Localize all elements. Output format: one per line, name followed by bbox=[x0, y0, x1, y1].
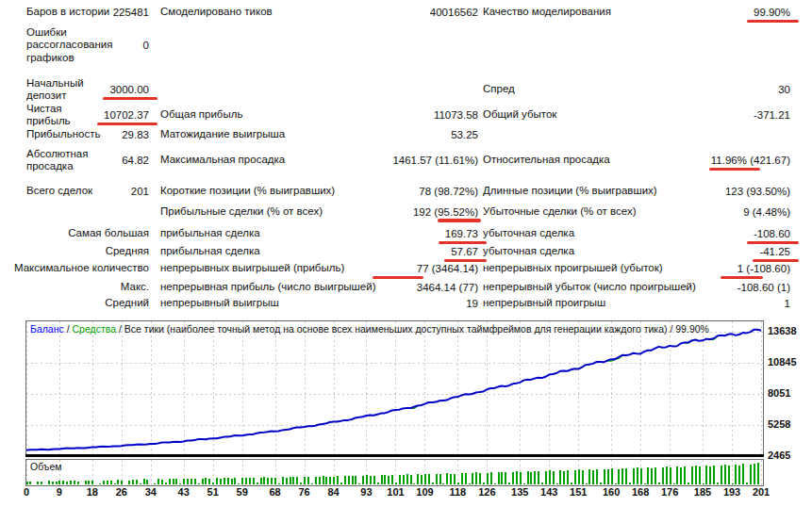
volume-bar bbox=[439, 474, 441, 484]
stat-value: 11.96% (421.67) bbox=[711, 155, 790, 166]
volume-bar bbox=[234, 478, 236, 484]
x-axis-tick-label: 118 bbox=[449, 486, 466, 498]
volume-bar bbox=[358, 483, 360, 484]
stats-row: Ошибки рассогласования графиков0 bbox=[0, 25, 812, 65]
volume-bar bbox=[600, 482, 602, 484]
x-axis-tick-label: 176 bbox=[661, 486, 678, 498]
stat-value: 11073.58 bbox=[434, 109, 478, 121]
volume-bar bbox=[52, 482, 54, 484]
x-axis-tick-label: 160 bbox=[603, 486, 620, 498]
stat-label: Баров в истории bbox=[26, 6, 109, 19]
volume-bar bbox=[508, 482, 510, 484]
volume-bar bbox=[290, 477, 291, 484]
volume-bar bbox=[191, 479, 192, 484]
volume-bar bbox=[257, 482, 258, 484]
volume-bar bbox=[516, 471, 518, 484]
volume-bar bbox=[26, 482, 28, 484]
red-underline-annotation bbox=[438, 219, 481, 222]
stat-label: Ошибки рассогласования графиков bbox=[26, 26, 124, 65]
stat-cell: непрерывный проигрыш1 bbox=[483, 294, 790, 313]
stat-label: Общая прибыль bbox=[160, 108, 242, 122]
volume-bar bbox=[655, 467, 656, 484]
stat-label: Прибыльные сделки (% от всех) bbox=[160, 205, 323, 219]
volume-bar bbox=[274, 478, 276, 484]
stats-table: Баров в истории225481Смоделировано тиков… bbox=[0, 0, 812, 320]
volume-bar bbox=[121, 481, 123, 484]
x-axis-tick-label: 18 bbox=[87, 486, 98, 498]
volume-bar bbox=[362, 476, 364, 484]
legend-quality: 99.90% bbox=[675, 323, 709, 335]
volume-bar bbox=[56, 482, 58, 484]
volume-bar bbox=[74, 481, 75, 484]
volume-bar bbox=[329, 477, 331, 484]
volume-bar bbox=[487, 473, 489, 484]
stats-row: Всего сделок201Короткие позиции (% выигр… bbox=[0, 181, 812, 201]
volume-bar bbox=[333, 477, 335, 484]
volume-bar bbox=[578, 469, 580, 484]
stat-label: Матожидание выигрыша bbox=[160, 128, 285, 141]
volume-bar bbox=[352, 476, 354, 484]
stat-cell: Прибыльность29.83 bbox=[26, 125, 149, 144]
stat-label: убыточная сделка bbox=[483, 227, 574, 240]
volume-bar bbox=[325, 477, 327, 484]
volume-bar bbox=[424, 474, 426, 484]
stat-cell: непрерывный выигрыш19 bbox=[160, 294, 478, 313]
volume-bar bbox=[319, 477, 321, 484]
volume-bar bbox=[670, 467, 671, 484]
stat-cell: Общая прибыль11073.58 bbox=[160, 106, 478, 124]
legend-description: Все тики (наиболее точный метод на основ… bbox=[124, 323, 668, 335]
volume-bar bbox=[110, 481, 112, 484]
volume-bar bbox=[574, 470, 576, 484]
stat-label: непрерывный выигрыш bbox=[160, 297, 279, 310]
x-axis-tick-label: 68 bbox=[269, 486, 280, 498]
stat-label: Максимальное количество bbox=[14, 262, 149, 275]
volume-bar bbox=[165, 482, 167, 484]
stat-value: 53.25 bbox=[451, 129, 478, 140]
volume-bar bbox=[647, 467, 649, 484]
volume-bar bbox=[315, 477, 317, 484]
volume-bar bbox=[479, 473, 481, 484]
chart-bottom-axis-line bbox=[25, 454, 764, 457]
volume-bar bbox=[596, 469, 598, 484]
x-axis-tick-label: 76 bbox=[298, 486, 309, 498]
volume-bar bbox=[227, 478, 229, 484]
stat-cell: Ошибки рассогласования графиков0 bbox=[26, 25, 149, 65]
volume-bar bbox=[618, 469, 620, 484]
stat-cell: Всего сделок201 bbox=[26, 181, 149, 201]
x-axis-tick-label: 51 bbox=[207, 486, 219, 498]
stat-value: 30 bbox=[778, 84, 790, 95]
volume-bar bbox=[637, 467, 638, 484]
volume-bar bbox=[140, 483, 141, 484]
y-axis-tick-label: 2465 bbox=[768, 450, 790, 461]
stat-cell: Абсолютная просадка64.82 bbox=[26, 145, 149, 175]
stat-value: 1 (-108.60) bbox=[737, 263, 790, 274]
y-axis-tick-label: 10845 bbox=[768, 356, 797, 368]
volume-bar bbox=[494, 483, 496, 484]
volume-bar bbox=[355, 476, 356, 484]
x-axis-tick-label: 151 bbox=[570, 486, 587, 498]
x-axis-tick-label: 109 bbox=[416, 486, 433, 498]
x-axis-tick-label: 193 bbox=[723, 486, 740, 498]
stat-value: 1461.57 (11.61%) bbox=[392, 155, 478, 166]
volume-bar bbox=[179, 483, 181, 484]
volume-bar bbox=[403, 475, 405, 484]
x-axis-tick-label: 93 bbox=[360, 486, 372, 498]
stat-label: непрерывных проигрышей (убыток) bbox=[483, 262, 663, 275]
stat-cell: Общий убыток-371.21 bbox=[483, 106, 790, 124]
volume-bar bbox=[505, 472, 506, 484]
volume-bar bbox=[615, 483, 617, 484]
stat-value: 201 bbox=[131, 186, 149, 197]
x-axis-tick-label: 126 bbox=[478, 486, 495, 498]
volume-bar bbox=[370, 476, 372, 484]
volume-bar bbox=[183, 479, 185, 484]
volume-bar bbox=[406, 474, 408, 484]
stat-label: Максимальная просадка bbox=[160, 154, 285, 167]
volume-bar bbox=[241, 478, 243, 484]
legend-separator: / bbox=[64, 323, 73, 335]
stat-cell: непрерывных проигрышей (убыток)1 (-108.6… bbox=[483, 259, 790, 278]
volume-bar bbox=[169, 479, 171, 484]
stats-row: Баров в истории225481Смоделировано тиков… bbox=[0, 3, 812, 22]
volume-bar bbox=[208, 479, 210, 484]
volume-bar bbox=[498, 472, 500, 484]
volume-bar bbox=[699, 466, 701, 484]
